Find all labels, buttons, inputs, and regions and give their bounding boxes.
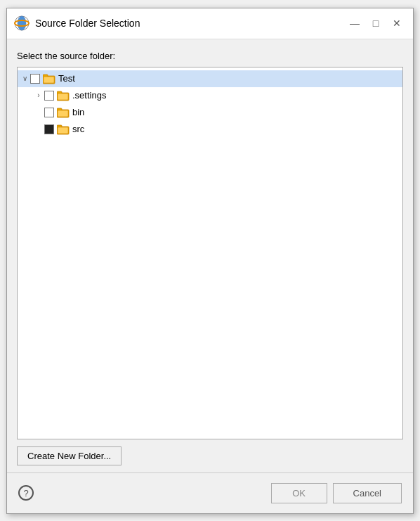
checkbox-test[interactable] <box>30 74 40 84</box>
tree-label-settings: .settings <box>72 90 106 101</box>
folder-icon-settings <box>57 90 70 101</box>
window-controls: — □ ✕ <box>346 14 406 32</box>
create-folder-button[interactable]: Create New Folder... <box>17 446 122 465</box>
window-title: Source Folder Selection <box>35 18 346 29</box>
checkbox-src[interactable] <box>44 124 54 134</box>
footer-buttons: OK Cancel <box>271 483 402 503</box>
help-button[interactable]: ? <box>18 485 34 501</box>
dialog-window: Source Folder Selection — □ ✕ Select the… <box>6 8 414 514</box>
button-row: Create New Folder... <box>17 446 403 465</box>
dialog-prompt: Select the source folder: <box>17 51 403 61</box>
svg-rect-11 <box>58 110 68 117</box>
tree-label-src: src <box>72 124 84 134</box>
checkbox-settings[interactable] <box>44 91 54 101</box>
tree-item-src[interactable]: src <box>18 121 402 138</box>
svg-rect-8 <box>58 94 68 100</box>
ok-button[interactable]: OK <box>271 483 327 503</box>
checkbox-bin[interactable] <box>44 108 54 117</box>
tree-label-bin: bin <box>72 107 84 117</box>
expand-bin-icon <box>33 107 44 118</box>
close-button[interactable]: ✕ <box>388 14 406 32</box>
folder-tree[interactable]: ∨ Test › <box>17 67 403 439</box>
minimize-button[interactable]: — <box>346 14 364 32</box>
expand-test-icon[interactable]: ∨ <box>19 73 30 84</box>
app-icon <box>14 15 29 31</box>
cancel-button[interactable]: Cancel <box>333 483 402 503</box>
expand-settings-icon[interactable]: › <box>33 90 44 101</box>
dialog-footer: ? OK Cancel <box>7 472 413 513</box>
folder-icon-src <box>57 124 70 135</box>
folder-icon-bin <box>57 107 70 118</box>
title-bar: Source Folder Selection — □ ✕ <box>7 8 413 39</box>
tree-item-bin[interactable]: bin <box>18 104 402 121</box>
tree-label-test: Test <box>58 73 75 84</box>
maximize-button[interactable]: □ <box>367 14 385 32</box>
tree-item-settings[interactable]: › .settings <box>18 87 402 104</box>
tree-item-test[interactable]: ∨ Test <box>18 70 402 87</box>
expand-src-icon <box>33 124 44 135</box>
dialog-body: Select the source folder: ∨ Test <box>7 39 413 472</box>
svg-rect-5 <box>44 77 54 83</box>
svg-point-1 <box>18 16 26 30</box>
svg-rect-14 <box>58 127 68 134</box>
folder-icon-test <box>43 73 55 84</box>
